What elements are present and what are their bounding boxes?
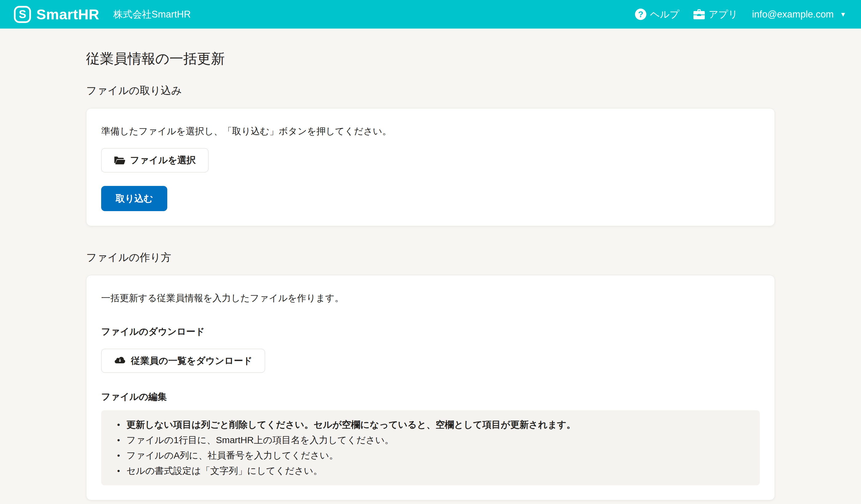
download-sub-heading: ファイルのダウンロード: [101, 326, 760, 337]
select-file-label: ファイルを選択: [130, 155, 196, 165]
cloud-download-icon: [114, 356, 126, 365]
download-employees-button[interactable]: 従業員の一覧をダウンロード: [101, 349, 265, 373]
note-item: セルの書式設定は「文字列」にしてください。: [115, 463, 746, 478]
brand-name: SmartHR: [36, 7, 99, 22]
create-section-heading: ファイルの作り方: [86, 251, 775, 263]
note-item: 更新しない項目は列ごと削除してください。セルが空欄になっていると、空欄として項目…: [115, 417, 746, 432]
chevron-down-icon: ▼: [840, 11, 846, 17]
note-item: ファイルのA列に、社員番号を入力してください。: [115, 448, 746, 463]
create-card: 一括更新する従業員情報を入力したファイルを作ります。 ファイルのダウンロード 従…: [86, 275, 775, 500]
edit-notes-box: 更新しない項目は列ごと削除してください。セルが空欄になっていると、空欄として項目…: [101, 410, 760, 485]
edit-notes-list: 更新しない項目は列ごと削除してください。セルが空欄になっていると、空欄として項目…: [115, 417, 746, 478]
download-employees-label: 従業員の一覧をダウンロード: [131, 356, 252, 365]
help-menu-item[interactable]: ? ヘルプ: [635, 9, 679, 20]
help-label: ヘルプ: [650, 10, 679, 19]
import-button[interactable]: 取り込む: [101, 186, 167, 211]
apps-menu-item[interactable]: アプリ: [694, 9, 738, 20]
account-menu[interactable]: info@example.com ▼: [752, 10, 846, 19]
select-file-button[interactable]: ファイルを選択: [101, 148, 208, 172]
create-intro: 一括更新する従業員情報を入力したファイルを作ります。: [101, 292, 760, 304]
apps-label: アプリ: [709, 10, 738, 19]
account-email: info@example.com: [752, 10, 834, 19]
import-instruction: 準備したファイルを選択し、「取り込む」ボタンを押してください。: [101, 125, 760, 137]
app-header: S SmartHR 株式会社SmartHR ? ヘルプ アプリ info@exa…: [0, 0, 861, 29]
smarthr-logo[interactable]: S SmartHR: [14, 5, 99, 23]
svg-text:S: S: [19, 8, 26, 20]
note-item: ファイルの1行目に、SmartHR上の項目名を入力してください。: [115, 432, 746, 448]
import-card: 準備したファイルを選択し、「取り込む」ボタンを押してください。 ファイルを選択 …: [86, 108, 775, 226]
page-title: 従業員情報の一括更新: [86, 51, 775, 67]
briefcase-icon: [694, 9, 705, 20]
help-icon: ?: [635, 9, 646, 20]
import-section-heading: ファイルの取り込み: [86, 85, 775, 97]
edit-sub-heading: ファイルの編集: [101, 391, 760, 402]
main-content: 従業員情報の一括更新 ファイルの取り込み 準備したファイルを選択し、「取り込む」…: [86, 51, 775, 500]
import-label: 取り込む: [115, 194, 153, 203]
smarthr-logo-icon: S: [14, 5, 31, 23]
folder-open-icon: [114, 155, 125, 165]
company-name: 株式会社SmartHR: [113, 10, 191, 19]
header-menu: ? ヘルプ アプリ info@example.com ▼: [635, 9, 846, 20]
